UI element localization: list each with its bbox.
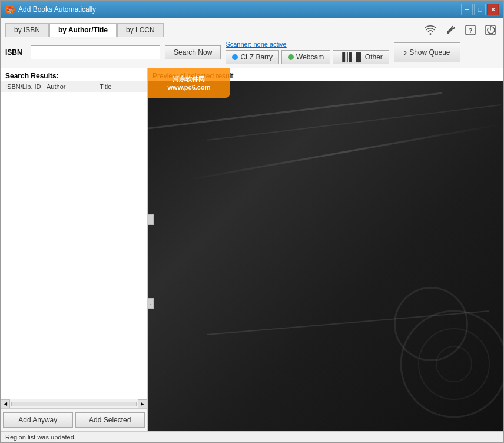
toolbar-icons-right: ? <box>422 22 499 38</box>
wrench-icon-button[interactable] <box>442 22 459 38</box>
tabs-area: by ISBN by Author/Title by LCCN <box>5 23 164 37</box>
minimize-button[interactable]: ─ <box>461 4 473 15</box>
results-list[interactable] <box>1 92 147 399</box>
barry-label: CLZ Barry <box>240 53 273 61</box>
barry-button[interactable]: CLZ Barry <box>226 50 279 64</box>
collapse-left-top[interactable]: › <box>148 214 154 225</box>
scroll-left-button[interactable]: ◀ <box>1 399 10 409</box>
svg-line-5 <box>207 105 501 140</box>
col-header-author: Author <box>47 83 100 90</box>
power-icon-button[interactable] <box>482 22 499 38</box>
scroll-right-button[interactable]: ▶ <box>138 399 147 409</box>
other-label: Other <box>365 53 383 61</box>
tab-isbn[interactable]: by ISBN <box>5 23 49 37</box>
webcam-dot <box>288 54 294 60</box>
main-content: Search Results: ISBN/Lib. ID Author Titl… <box>1 68 503 431</box>
show-queue-button[interactable]: › Show Queue <box>394 42 460 62</box>
other-button[interactable]: ▐║▌▐▌ Other <box>333 50 389 64</box>
maximize-button[interactable]: □ <box>474 4 486 15</box>
results-table-header: ISBN/Lib. ID Author Title <box>1 81 147 92</box>
window-title: Add Books Automatically <box>18 5 96 14</box>
preview-image: › › <box>148 81 503 431</box>
watermark-text: 河东软件网www.pc6.com <box>168 75 211 92</box>
app-icon: 📚 <box>5 5 15 14</box>
svg-point-6 <box>401 311 503 417</box>
tab-author-title[interactable]: by Author/Title <box>49 23 117 37</box>
col-header-id: ISBN/Lib. ID <box>5 83 47 90</box>
left-panel: Search Results: ISBN/Lib. ID Author Titl… <box>1 68 148 431</box>
close-button[interactable]: ✕ <box>487 4 499 15</box>
scanner-buttons: CLZ Barry Webcam ▐║▌▐▌ Other <box>226 50 389 64</box>
svg-line-4 <box>148 93 442 128</box>
show-queue-label: Show Queue <box>409 48 450 57</box>
search-results-label: Search Results: <box>1 68 147 81</box>
barry-dot <box>232 54 238 60</box>
collapse-left-bottom[interactable]: › <box>148 298 154 309</box>
right-panel: 河东软件网www.pc6.com Preview of selected res… <box>148 68 503 431</box>
toolbar-area: by ISBN by Author/Title by LCCN <box>1 18 503 68</box>
add-selected-button[interactable]: Add Selected <box>75 412 145 428</box>
col-header-title: Title <box>100 83 142 90</box>
toolbar-row1: by ISBN by Author/Title by LCCN <box>5 22 499 38</box>
svg-point-8 <box>436 346 472 382</box>
status-message: Region list was updated. <box>5 434 76 441</box>
webcam-label: Webcam <box>296 53 324 61</box>
svg-point-7 <box>419 329 489 399</box>
title-bar-left: 📚 Add Books Automatically <box>5 5 96 14</box>
svg-line-9 <box>207 311 489 335</box>
add-anyway-button[interactable]: Add Anyway <box>3 412 73 428</box>
search-button[interactable]: Search Now <box>165 45 221 59</box>
bottom-buttons: Add Anyway Add Selected <box>1 408 147 431</box>
horizontal-scrollbar[interactable]: ◀ ▶ <box>1 399 147 408</box>
isbn-input[interactable] <box>31 45 160 59</box>
webcam-button[interactable]: Webcam <box>281 50 330 64</box>
isbn-label: ISBN <box>5 48 26 57</box>
status-bar: Region list was updated. <box>1 431 503 442</box>
tab-lccn[interactable]: by LCCN <box>117 23 164 37</box>
main-window: 📚 Add Books Automatically ─ □ ✕ by ISBN … <box>0 0 504 443</box>
barcode-icon: ▐║▌▐▌ <box>339 52 363 62</box>
title-bar: 📚 Add Books Automatically ─ □ ✕ <box>1 1 503 18</box>
svg-text:?: ? <box>469 27 473 34</box>
toolbar-row2: ISBN Search Now Scanner: none active CLZ… <box>5 41 499 64</box>
scanner-status[interactable]: Scanner: none active <box>226 41 286 48</box>
title-controls: ─ □ ✕ <box>461 4 499 15</box>
help-icon-button[interactable]: ? <box>462 22 479 38</box>
scanner-section: Scanner: none active CLZ Barry Webcam ▐║… <box>226 41 389 64</box>
show-queue-arrow: › <box>404 47 407 58</box>
scroll-track[interactable] <box>11 402 137 406</box>
watermark-overlay: 河东软件网www.pc6.com <box>148 68 230 98</box>
wifi-icon-button[interactable] <box>422 22 439 38</box>
